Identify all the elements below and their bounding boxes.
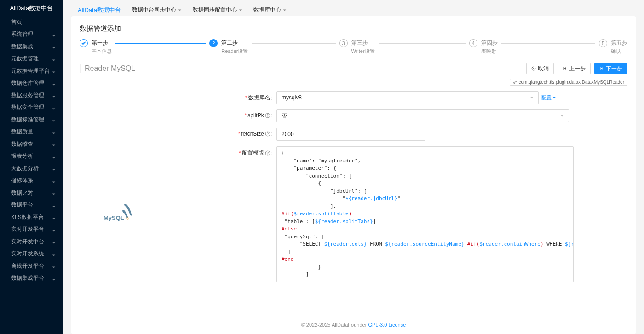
chevron-down-icon xyxy=(552,96,556,99)
topbar-item-label: 数据中台同步中心 xyxy=(132,6,176,14)
fetchsize-input[interactable] xyxy=(276,128,426,141)
required-mark: * xyxy=(239,150,241,156)
stop-icon xyxy=(531,66,536,71)
sidebar-item[interactable]: 数据标准管理 xyxy=(0,114,63,126)
chevron-down-icon xyxy=(52,81,56,85)
cancel-button[interactable]: 取消 xyxy=(526,63,554,74)
topbar-brand[interactable]: AllData数据中台 xyxy=(78,6,121,14)
sidebar-item-label: K8S数据平台 xyxy=(11,213,44,221)
sidebar-item[interactable]: 指标体系 xyxy=(0,175,63,187)
sidebar-item[interactable]: 首页 xyxy=(0,16,63,29)
question-circle-icon[interactable] xyxy=(265,113,270,118)
sidebar-item[interactable]: 实时开发系统 xyxy=(0,248,63,260)
section-title: Reader MySQL xyxy=(80,64,135,73)
step-circle: 5 xyxy=(599,39,607,47)
chevron-down-icon xyxy=(530,94,534,101)
sidebar-item-label: 数据比对 xyxy=(11,189,33,197)
step-title: 第三步 xyxy=(351,39,375,47)
chevron-down-icon xyxy=(52,130,56,134)
step-circle: 3 xyxy=(339,39,348,47)
sidebar-item[interactable]: K8S数据平台 xyxy=(0,211,63,224)
colon: : xyxy=(271,112,273,119)
svg-text:MySQL: MySQL xyxy=(104,214,124,221)
colon: : xyxy=(271,95,273,101)
sidebar-item[interactable]: 数据安全管理 xyxy=(0,102,63,114)
step: 第一步基本信息 xyxy=(80,39,209,55)
topbar-item-sync-center[interactable]: 数据中台同步中心 xyxy=(132,6,182,14)
license-link[interactable]: GPL-3.0 License xyxy=(368,322,406,328)
step-title: 第二步 xyxy=(221,39,248,47)
step-connector xyxy=(379,43,466,44)
chevron-down-icon xyxy=(178,7,182,13)
step-connector xyxy=(501,43,595,44)
splitpk-label: splitPk xyxy=(247,112,264,119)
chevron-down-icon xyxy=(560,113,564,119)
topbar: AllData数据中台 数据中台同步中心 数据同步配置中心 数据库中心 xyxy=(71,4,636,16)
question-circle-icon[interactable] xyxy=(265,131,270,137)
sidebar-item-label: 数据仓库管理 xyxy=(11,79,44,87)
prev-button[interactable]: 上一步 xyxy=(558,63,591,74)
chevron-down-icon xyxy=(52,191,56,195)
step-connector xyxy=(115,43,206,44)
sidebar-item[interactable]: 实时开发平台 xyxy=(0,224,63,236)
sidebar-item[interactable]: 数据比对 xyxy=(0,187,63,199)
steps: 第一步基本信息2第二步Reader设置3第三步Writer设置4第四步表映射5第… xyxy=(71,39,636,55)
select-value: 否 xyxy=(282,112,287,120)
db-name-select[interactable]: mysqlv8 xyxy=(276,91,539,104)
chevron-down-icon xyxy=(52,57,56,61)
question-circle-icon[interactable] xyxy=(265,150,270,156)
button-label: 下一步 xyxy=(606,65,622,73)
chevron-down-icon xyxy=(52,167,56,170)
sidebar-item-label: 离线开发平台 xyxy=(11,262,44,270)
step-title: 第四步 xyxy=(481,39,498,47)
sidebar-item[interactable]: 数据平台 xyxy=(0,199,63,212)
sidebar-item[interactable]: 数据集成平台 xyxy=(0,272,63,285)
sidebar-item-label: 首页 xyxy=(11,18,22,26)
step-title: 第五步 xyxy=(611,39,627,47)
step-circle: 4 xyxy=(469,39,477,47)
required-mark: * xyxy=(245,95,247,101)
sidebar-item-label: 数据集成 xyxy=(11,43,33,51)
sidebar-item-label: 数据服务管理 xyxy=(11,92,44,99)
sidebar-item[interactable]: 报表分析 xyxy=(0,150,63,163)
sidebar-item-label: 元数据管理 xyxy=(11,55,39,63)
step: 4第四步表映射 xyxy=(469,39,599,55)
sidebar-item-label: 元数据管理平台 xyxy=(11,67,50,75)
sidebar-item[interactable]: 实时开发中台 xyxy=(0,236,63,248)
sidebar-item[interactable]: 数据仓库管理 xyxy=(0,77,63,90)
sidebar-item[interactable]: 元数据管理平台 xyxy=(0,65,63,77)
sidebar-item[interactable]: 数据稽查 xyxy=(0,138,63,150)
sidebar-item[interactable]: 大数据分析 xyxy=(0,162,63,175)
colon: : xyxy=(271,131,273,137)
splitpk-select[interactable]: 否 xyxy=(276,109,569,122)
next-button[interactable]: 下一步 xyxy=(594,63,627,74)
select-value: mysqlv8 xyxy=(282,94,302,101)
colon: : xyxy=(271,150,273,156)
chevron-down-icon xyxy=(52,106,56,109)
chevron-down-icon xyxy=(52,276,56,280)
footer: © 2022-2025 AllDataFounder GPL-3.0 Licen… xyxy=(71,316,636,334)
topbar-item-db-center[interactable]: 数据库中心 xyxy=(253,6,287,14)
sidebar-item-label: 数据质量 xyxy=(11,128,33,136)
chevron-down-icon xyxy=(52,203,56,207)
sidebar-item-label: 实时开发中台 xyxy=(11,238,44,246)
required-mark: * xyxy=(238,131,241,137)
template-label: 配置模版 xyxy=(242,149,264,157)
sidebar-item[interactable]: 离线开发平台 xyxy=(0,260,63,272)
button-label: 取消 xyxy=(538,65,549,73)
config-link[interactable]: 配置 xyxy=(541,94,556,101)
template-code-editor[interactable]: { "name": "mysqlreader", "parameter": { … xyxy=(276,146,574,282)
sidebar-item[interactable]: 元数据管理 xyxy=(0,53,63,65)
step-subtitle: 表映射 xyxy=(481,48,498,55)
sidebar-item[interactable]: 系统管理 xyxy=(0,29,63,41)
sidebar-item[interactable]: 数据质量 xyxy=(0,126,63,138)
sidebar-item[interactable]: 数据集成 xyxy=(0,40,63,53)
sidebar-item[interactable]: 数据服务管理 xyxy=(0,89,63,102)
mysql-logo-icon: MySQL ® xyxy=(103,202,132,222)
plugin-tag[interactable]: com.qlangtech.tis.plugin.datax.DataxMySQ… xyxy=(510,79,627,86)
chevron-down-icon xyxy=(52,228,56,231)
button-label: 上一步 xyxy=(569,65,586,73)
topbar-item-sync-config[interactable]: 数据同步配置中心 xyxy=(193,6,242,14)
step: 3第三步Writer设置 xyxy=(339,39,469,55)
app-logo: AllData数据中台 xyxy=(0,0,63,16)
